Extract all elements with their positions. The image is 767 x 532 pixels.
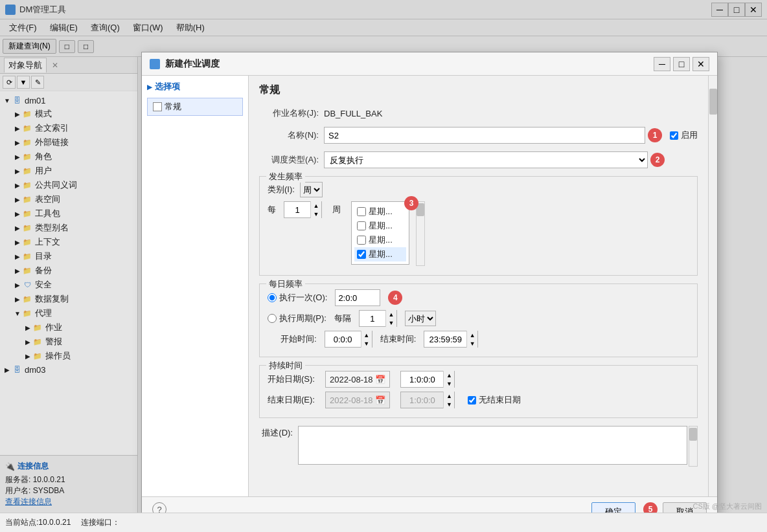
no-end-label: 无结束日期 <box>479 394 521 406</box>
left-panel-header: 选择项 <box>147 81 243 93</box>
calendar-icon[interactable]: 📅 <box>375 375 385 384</box>
weekday-label-3: 星期... <box>369 249 393 260</box>
weekday-label-1: 星期... <box>369 220 393 232</box>
daily-freq-title: 每日频率 <box>266 278 305 290</box>
et-down[interactable]: ▼ <box>467 339 477 348</box>
start-time2-input[interactable] <box>401 371 443 387</box>
dialog-icon <box>150 59 160 69</box>
exec-once-label-wrap[interactable]: 执行一次(O): <box>268 292 327 304</box>
weekday-checkbox-1[interactable] <box>357 221 366 230</box>
enable-checkbox[interactable] <box>670 131 678 140</box>
end-date-row: 结束日期(E): 2022-08-18 📅 ▲ ▼ <box>268 392 689 408</box>
end-time-spinner[interactable]: ▲ ▼ <box>424 331 478 348</box>
every-spinner[interactable]: ▲ ▼ <box>284 201 322 218</box>
start-time-input[interactable] <box>325 331 361 347</box>
every-row: 每 ▲ ▼ 周 <box>268 201 689 266</box>
duration-section: 持续时间 开始日期(S): 2022-08-18 📅 ▲ ▼ <box>259 365 698 418</box>
st2-arrows: ▲ ▼ <box>443 371 454 388</box>
end-time2-input[interactable] <box>401 392 443 408</box>
no-end-checkbox[interactable] <box>468 396 476 405</box>
name-input[interactable] <box>324 127 645 144</box>
end-time2-spinner[interactable]: ▲ ▼ <box>400 392 455 408</box>
left-panel-item-label: 常规 <box>165 101 181 113</box>
dialog-body: 选择项 常规 常规 作业名称(J): DB_FULL_BAK 名称(N): <box>142 76 717 496</box>
end-time-label: 结束时间: <box>380 333 417 345</box>
start-date-value: 2022-08-18 <box>330 375 373 384</box>
weekday-popup: 星期... 星期... 星期... <box>351 201 409 265</box>
status-right: 连接端口： <box>81 517 120 528</box>
st2-down[interactable]: ▼ <box>444 379 454 388</box>
exec-once-label: 执行一次(O): <box>279 292 327 304</box>
st-arrows: ▲ ▼ <box>361 331 372 348</box>
category-select[interactable]: 天 周 月 <box>300 182 323 197</box>
period-spin-down[interactable]: ▼ <box>386 318 396 327</box>
enable-label: 启用 <box>681 129 698 141</box>
weekday-badge: 3 <box>404 196 418 210</box>
weekday-item-3[interactable]: 星期... <box>354 247 406 261</box>
st2-up[interactable]: ▲ <box>444 371 454 379</box>
start-time-spinner[interactable]: ▲ ▼ <box>325 331 372 348</box>
period-unit-select[interactable]: 小时 分钟 秒 <box>405 311 436 326</box>
period-spinner[interactable]: ▲ ▼ <box>359 310 397 327</box>
weekday-item-1[interactable]: 星期... <box>354 219 406 233</box>
main-window: DM管理工具 ─ □ ✕ 文件(F) 编辑(E) 查询(Q) 窗口(W) 帮助(… <box>0 0 767 532</box>
category-row: 类别(I): 天 周 月 <box>268 182 689 197</box>
desc-label: 描述(D): <box>259 426 298 439</box>
left-panel: 选择项 常规 <box>142 76 249 496</box>
period-spin-up[interactable]: ▲ <box>386 310 396 318</box>
et-up[interactable]: ▲ <box>467 331 477 339</box>
right-panel: 常规 作业名称(J): DB_FULL_BAK 名称(N): 1 启用 <box>249 76 708 496</box>
category-label: 类别(I): <box>268 184 295 195</box>
dialog-close-button[interactable]: ✕ <box>693 57 709 71</box>
watermark: CS版 @坚大著云间图 <box>693 502 762 511</box>
spin-down-button[interactable]: ▼ <box>311 210 321 218</box>
freq-section: 发生频率 类别(I): 天 周 月 每 <box>259 176 698 276</box>
period-spinner-arrows: ▲ ▼ <box>385 310 396 327</box>
schedule-type-row: 调度类型(A): 反复执行 执行一次 自动启动 CPU空闲时执行 2 <box>259 151 698 168</box>
dialog-title-bar: 新建作业调度 ─ □ ✕ <box>142 52 717 76</box>
job-name-value: DB_FULL_BAK <box>324 109 382 118</box>
end-date-label: 结束日期(E): <box>268 394 315 406</box>
freq-section-title: 发生频率 <box>266 171 305 183</box>
name-badge: 1 <box>648 128 662 142</box>
weekday-checkbox-3[interactable] <box>357 250 366 259</box>
schedule-type-badge: 2 <box>650 153 665 167</box>
et2-down[interactable]: ▼ <box>444 400 454 408</box>
calendar-icon-end[interactable]: 📅 <box>375 395 385 405</box>
exec-once-input[interactable] <box>335 289 380 306</box>
left-panel-item-general[interactable]: 常规 <box>147 98 243 116</box>
dialog-restore-button[interactable]: □ <box>673 57 690 71</box>
start-time2-spinner[interactable]: ▲ ▼ <box>400 371 455 388</box>
weekday-item-0[interactable]: 星期... <box>354 205 406 219</box>
general-item-icon <box>153 102 162 111</box>
spin-up-button[interactable]: ▲ <box>311 201 321 210</box>
every-input[interactable] <box>284 202 310 217</box>
time-range-row: 开始时间: ▲ ▼ 结束时间: ▲ <box>280 331 689 348</box>
desc-scrollbar-thumb[interactable] <box>689 428 697 441</box>
dialog-scrollbar-thumb[interactable] <box>709 89 717 115</box>
et2-up[interactable]: ▲ <box>444 392 454 400</box>
dialog-minimize-button[interactable]: ─ <box>654 57 670 71</box>
exec-period-label-wrap[interactable]: 执行周期(P): <box>268 313 326 324</box>
st-up[interactable]: ▲ <box>361 331 372 339</box>
weekday-item-2[interactable]: 星期... <box>354 233 406 247</box>
status-bar: 当前站点:10.0.0.21 连接端口： <box>0 513 767 532</box>
schedule-type-select[interactable]: 反复执行 执行一次 自动启动 CPU空闲时执行 <box>324 151 648 168</box>
end-date-picker[interactable]: 2022-08-18 📅 <box>325 392 391 408</box>
status-left: 当前站点:10.0.0.21 <box>5 517 71 528</box>
dialog-title-text: 新建作业调度 <box>165 58 220 70</box>
start-date-picker[interactable]: 2022-08-18 📅 <box>325 371 391 388</box>
exec-once-row: 执行一次(O): 4 <box>268 289 689 306</box>
dialog-title-buttons: ─ □ ✕ <box>654 57 709 71</box>
exec-period-radio[interactable] <box>268 314 277 323</box>
exec-once-radio[interactable] <box>268 293 277 302</box>
st-down[interactable]: ▼ <box>361 339 372 348</box>
duration-title: 持续时间 <box>266 360 305 371</box>
weekday-checkbox-2[interactable] <box>357 236 366 245</box>
exec-period-row: 执行周期(P): 每隔 ▲ ▼ 小时 分钟 <box>268 310 689 327</box>
desc-textarea[interactable] <box>298 426 687 465</box>
period-input[interactable] <box>360 311 385 326</box>
end-time-input[interactable] <box>424 331 466 347</box>
no-end-wrap: 无结束日期 <box>468 394 521 406</box>
weekday-checkbox-0[interactable] <box>357 207 366 216</box>
